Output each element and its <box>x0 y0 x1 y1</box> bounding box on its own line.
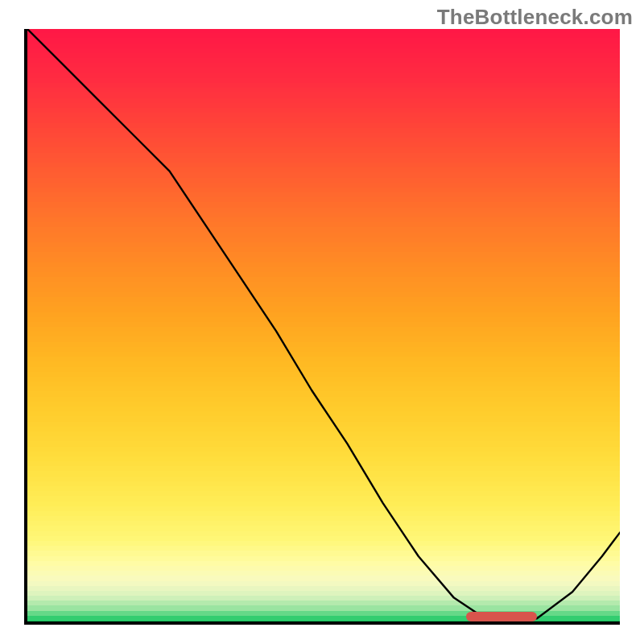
bottleneck-marker <box>466 612 537 621</box>
curve-svg <box>27 29 620 621</box>
watermark-text: TheBottleneck.com <box>437 5 633 30</box>
bottleneck-curve <box>27 29 620 621</box>
chart-container: TheBottleneck.com <box>0 0 644 644</box>
plot-area <box>24 29 620 625</box>
